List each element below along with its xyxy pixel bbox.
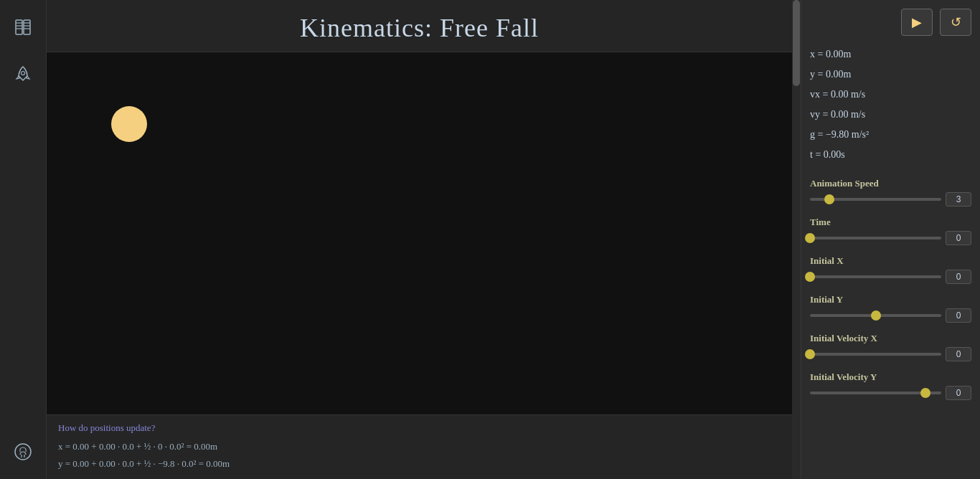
left-sidebar bbox=[0, 0, 47, 479]
initial-y-value[interactable] bbox=[946, 308, 971, 323]
initial-velocity-x-track[interactable] bbox=[810, 353, 941, 356]
initial-velocity-y-row bbox=[810, 386, 971, 400]
initial-y-label: Initial Y bbox=[810, 294, 971, 305]
readout-t: t = 0.00s bbox=[810, 145, 971, 165]
scrollbar-thumb[interactable] bbox=[793, 0, 800, 86]
readout-vx-text: vx = 0.00 m/s bbox=[810, 85, 865, 105]
readout-y: y = 0.00m bbox=[810, 65, 971, 85]
readout-y-text: y = 0.00m bbox=[810, 65, 851, 85]
equation-y: y = 0.00 + 0.00 · 0.0 + ½ · −9.8 · 0.0² … bbox=[58, 455, 781, 472]
initial-velocity-x-thumb[interactable] bbox=[805, 349, 815, 359]
readout-t-text: t = 0.00s bbox=[810, 145, 845, 165]
readout-vy-text: vy = 0.00 m/s bbox=[810, 105, 865, 125]
readout-g: g = −9.80 m/s² bbox=[810, 125, 971, 145]
animation-speed-thumb[interactable] bbox=[824, 194, 834, 204]
initial-velocity-x-label: Initial Velocity X bbox=[810, 333, 971, 344]
initial-velocity-y-value[interactable] bbox=[946, 386, 971, 400]
right-panel: ▶ ↺ x = 0.00m y = 0.00m vx = 0.00 m/s vy… bbox=[801, 0, 980, 479]
readout-x-text: x = 0.00m bbox=[810, 44, 851, 65]
github-icon[interactable] bbox=[10, 439, 36, 465]
play-button[interactable]: ▶ bbox=[901, 9, 933, 36]
info-question: How do positions update? bbox=[58, 422, 781, 434]
readout: x = 0.00m y = 0.00m vx = 0.00 m/s vy = 0… bbox=[810, 44, 971, 165]
time-thumb[interactable] bbox=[805, 233, 815, 243]
page-title: Kinematics: Free Fall bbox=[47, 13, 792, 43]
animation-speed-row bbox=[810, 192, 971, 207]
main-content: Kinematics: Free Fall How do positions u… bbox=[47, 0, 792, 479]
simulation-area bbox=[47, 52, 792, 414]
animation-speed-value[interactable] bbox=[946, 192, 971, 207]
initial-x-row bbox=[810, 270, 971, 284]
title-bar: Kinematics: Free Fall bbox=[47, 0, 792, 52]
animation-speed-track[interactable] bbox=[810, 198, 941, 201]
initial-velocity-x-value[interactable] bbox=[946, 347, 971, 361]
equation-x: x = 0.00 + 0.00 · 0.0 + ½ · 0 · 0.0² = 0… bbox=[58, 438, 781, 455]
time-track[interactable] bbox=[810, 237, 941, 240]
time-row bbox=[810, 231, 971, 245]
initial-x-track[interactable] bbox=[810, 275, 941, 278]
scrollbar bbox=[792, 0, 801, 479]
readout-g-text: g = −9.80 m/s² bbox=[810, 125, 869, 145]
initial-x-thumb[interactable] bbox=[805, 272, 815, 282]
initial-velocity-y-track[interactable] bbox=[810, 392, 941, 394]
initial-y-thumb[interactable] bbox=[871, 310, 881, 321]
initial-y-row bbox=[810, 308, 971, 323]
controls-top: ▶ ↺ bbox=[810, 9, 971, 36]
svg-rect-1 bbox=[24, 20, 30, 34]
initial-x-value[interactable] bbox=[946, 270, 971, 284]
rocket-icon[interactable] bbox=[10, 62, 36, 87]
time-value[interactable] bbox=[946, 231, 971, 245]
initial-velocity-x-row bbox=[810, 347, 971, 361]
reset-button[interactable]: ↺ bbox=[940, 9, 971, 36]
book-icon[interactable] bbox=[10, 14, 36, 40]
svg-rect-0 bbox=[16, 20, 22, 34]
initial-velocity-y-label: Initial Velocity Y bbox=[810, 371, 971, 383]
readout-x: x = 0.00m bbox=[810, 44, 971, 65]
time-label: Time bbox=[810, 217, 971, 228]
animation-speed-label: Animation Speed bbox=[810, 178, 971, 189]
initial-x-label: Initial X bbox=[810, 255, 971, 267]
readout-vx: vx = 0.00 m/s bbox=[810, 85, 971, 105]
svg-point-8 bbox=[22, 72, 25, 75]
ball bbox=[111, 106, 147, 142]
initial-velocity-y-thumb[interactable] bbox=[920, 388, 930, 398]
readout-vy: vy = 0.00 m/s bbox=[810, 105, 971, 125]
initial-y-track[interactable] bbox=[810, 314, 941, 317]
info-panel: How do positions update? x = 0.00 + 0.00… bbox=[47, 414, 792, 479]
